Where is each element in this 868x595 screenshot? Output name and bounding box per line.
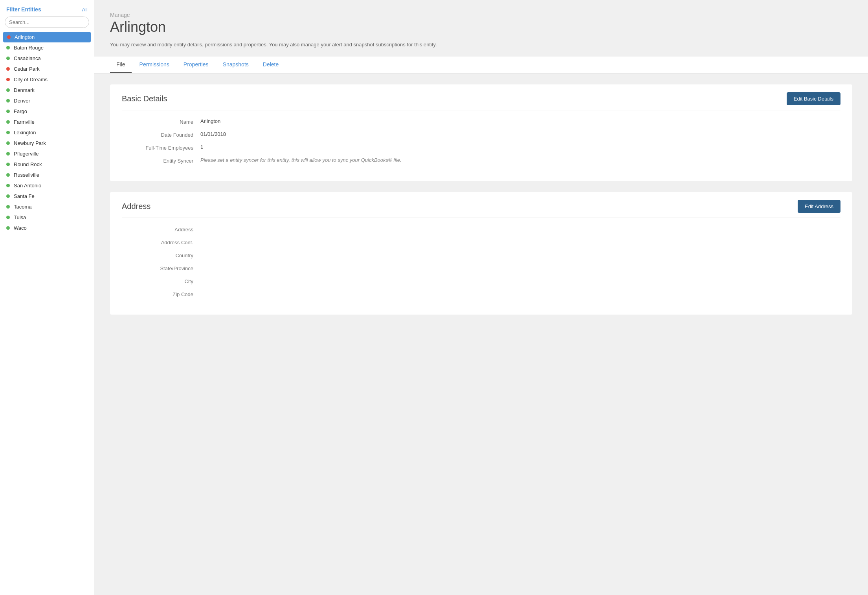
address-field-row: City bbox=[122, 278, 840, 284]
entity-name: Pflugerville bbox=[14, 151, 39, 157]
tab-properties[interactable]: Properties bbox=[177, 57, 215, 73]
sidebar-item-waco[interactable]: Waco bbox=[0, 223, 94, 233]
sidebar-item-cedar-park[interactable]: Cedar Park bbox=[0, 64, 94, 74]
page-description: You may review and modify entity details… bbox=[110, 41, 464, 49]
entity-dot bbox=[6, 216, 10, 219]
sidebar-item-newbury-park[interactable]: Newbury Park bbox=[0, 138, 94, 148]
entity-name: City of Dreams bbox=[14, 77, 48, 82]
entity-name: Arlington bbox=[15, 34, 35, 40]
entity-name: Cedar Park bbox=[14, 66, 40, 72]
sidebar-search-container bbox=[0, 16, 94, 32]
entity-name: Casablanca bbox=[14, 55, 41, 61]
entity-name: Newbury Park bbox=[14, 140, 46, 146]
address-field-label: Zip Code bbox=[122, 291, 200, 297]
basic-details-title: Basic Details bbox=[122, 94, 167, 103]
sidebar-item-lexington[interactable]: Lexington bbox=[0, 127, 94, 138]
address-field-row: Address bbox=[122, 226, 840, 233]
sidebar-item-fargo[interactable]: Fargo bbox=[0, 106, 94, 117]
sidebar-item-arlington[interactable]: Arlington bbox=[3, 32, 91, 42]
entity-dot bbox=[6, 173, 10, 177]
sidebar-item-russellville[interactable]: Russellville bbox=[0, 170, 94, 180]
entity-name: Santa Fe bbox=[14, 193, 35, 199]
tab-delete[interactable]: Delete bbox=[257, 57, 285, 73]
entity-name: Lexington bbox=[14, 130, 36, 135]
tabs-bar: FilePermissionsPropertiesSnapshotsDelete bbox=[94, 57, 868, 73]
sidebar-item-denver[interactable]: Denver bbox=[0, 95, 94, 106]
sidebar-header: Filter Entities All bbox=[0, 6, 94, 16]
entity-dot bbox=[6, 88, 10, 92]
sidebar-item-pflugerville[interactable]: Pflugerville bbox=[0, 148, 94, 159]
basic-details-section: Basic Details Edit Basic Details NameArl… bbox=[110, 84, 852, 181]
entity-dot bbox=[6, 152, 10, 156]
address-field-row: Address Cont. bbox=[122, 239, 840, 245]
entity-name: Denmark bbox=[14, 87, 35, 93]
entity-name: Round Rock bbox=[14, 161, 42, 167]
entity-dot bbox=[7, 35, 11, 39]
sidebar-item-round-rock[interactable]: Round Rock bbox=[0, 159, 94, 170]
field-value: 1 bbox=[200, 144, 840, 150]
entity-dot bbox=[6, 141, 10, 145]
entity-name: San Antonio bbox=[14, 183, 41, 189]
entity-list: ArlingtonBaton RougeCasablancaCedar Park… bbox=[0, 32, 94, 233]
entity-name: Baton Rouge bbox=[14, 45, 44, 51]
address-field-label: Country bbox=[122, 252, 200, 258]
field-row: Date Founded01/01/2018 bbox=[122, 131, 840, 138]
entity-name: Denver bbox=[14, 98, 30, 104]
filter-entities-label: Filter Entities bbox=[6, 6, 41, 13]
field-row: Entity SyncerPlease set a entity syncer … bbox=[122, 157, 840, 164]
field-label: Entity Syncer bbox=[122, 157, 200, 164]
entity-dot bbox=[6, 78, 10, 81]
address-field-row: State/Province bbox=[122, 265, 840, 271]
entity-name: Russellville bbox=[14, 172, 39, 178]
tab-file[interactable]: File bbox=[110, 57, 132, 73]
app-container: Filter Entities All ArlingtonBaton Rouge… bbox=[0, 0, 868, 595]
field-row: NameArlington bbox=[122, 118, 840, 125]
field-label: Name bbox=[122, 118, 200, 125]
entity-name: Farmville bbox=[14, 119, 35, 125]
address-field-row: Zip Code bbox=[122, 291, 840, 297]
edit-address-button[interactable]: Edit Address bbox=[798, 200, 840, 213]
sidebar-item-city-of-dreams[interactable]: City of Dreams bbox=[0, 74, 94, 85]
entity-dot bbox=[6, 194, 10, 198]
entity-dot bbox=[6, 46, 10, 49]
entity-name: Tulsa bbox=[14, 214, 26, 220]
entity-dot bbox=[6, 57, 10, 60]
entity-dot bbox=[6, 110, 10, 113]
page-title: Arlington bbox=[110, 19, 852, 35]
entity-name: Fargo bbox=[14, 108, 27, 114]
tab-permissions[interactable]: Permissions bbox=[133, 57, 176, 73]
sidebar-item-tacoma[interactable]: Tacoma bbox=[0, 201, 94, 212]
basic-details-fields: NameArlingtonDate Founded01/01/2018Full-… bbox=[122, 118, 840, 164]
address-field-label: Address bbox=[122, 226, 200, 233]
address-field-label: City bbox=[122, 278, 200, 284]
sidebar-item-tulsa[interactable]: Tulsa bbox=[0, 212, 94, 223]
entity-dot bbox=[6, 226, 10, 230]
sidebar-item-casablanca[interactable]: Casablanca bbox=[0, 53, 94, 64]
entity-dot bbox=[6, 131, 10, 134]
sidebar: Filter Entities All ArlingtonBaton Rouge… bbox=[0, 0, 94, 595]
all-entities-link[interactable]: All bbox=[82, 7, 88, 13]
field-value: 01/01/2018 bbox=[200, 131, 840, 137]
entity-dot bbox=[6, 67, 10, 71]
entity-dot bbox=[6, 205, 10, 209]
entity-dot bbox=[6, 99, 10, 103]
sidebar-item-denmark[interactable]: Denmark bbox=[0, 85, 94, 95]
tab-snapshots[interactable]: Snapshots bbox=[217, 57, 255, 73]
field-row: Full-Time Employees1 bbox=[122, 144, 840, 151]
entity-name: Waco bbox=[14, 225, 27, 231]
entity-dot bbox=[6, 163, 10, 166]
entity-dot bbox=[6, 120, 10, 124]
address-section: Address Edit Address AddressAddress Cont… bbox=[110, 192, 852, 315]
page-subtitle: Manage bbox=[110, 12, 852, 18]
sidebar-item-farmville[interactable]: Farmville bbox=[0, 117, 94, 127]
field-label: Date Founded bbox=[122, 131, 200, 138]
sidebar-item-santa-fe[interactable]: Santa Fe bbox=[0, 191, 94, 201]
address-field-label: Address Cont. bbox=[122, 239, 200, 245]
sidebar-item-san-antonio[interactable]: San Antonio bbox=[0, 180, 94, 191]
field-value: Arlington bbox=[200, 118, 840, 124]
entity-dot bbox=[6, 184, 10, 187]
edit-basic-details-button[interactable]: Edit Basic Details bbox=[787, 92, 840, 105]
basic-details-header: Basic Details Edit Basic Details bbox=[122, 92, 840, 110]
sidebar-item-baton-rouge[interactable]: Baton Rouge bbox=[0, 42, 94, 53]
search-input[interactable] bbox=[5, 16, 89, 28]
